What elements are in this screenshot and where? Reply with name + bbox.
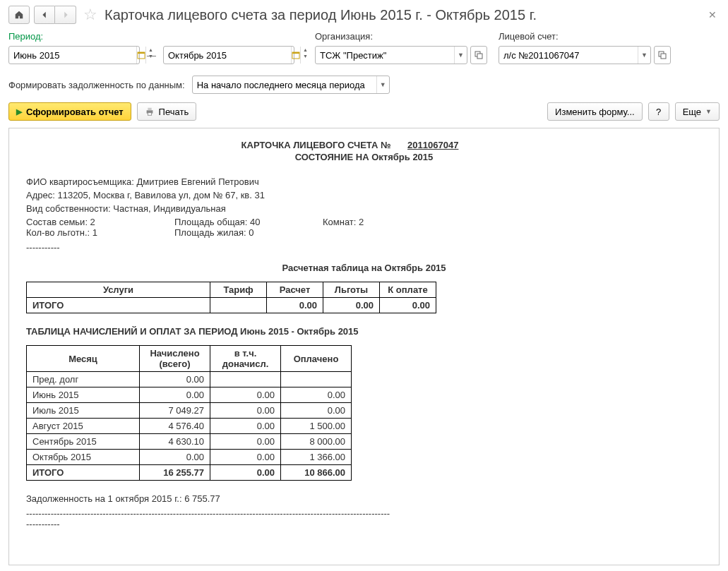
print-label: Печать (159, 107, 189, 117)
period-from: ▲▼ (8, 46, 140, 64)
col-services: Услуги (27, 282, 210, 298)
col-topay: К оплате (380, 282, 436, 298)
cell: 0.00 (380, 298, 436, 313)
page-title: Карточка лицевого счета за период Июнь 2… (105, 7, 537, 23)
filters-row: Период: ▲▼ — ▲▼ Организация: (8, 31, 720, 64)
cell: 0.00 (140, 450, 210, 465)
cell: 0.00 (140, 387, 210, 403)
period-dash: — (147, 50, 156, 61)
table-row: Июль 20157 049.270.000.00 (27, 403, 352, 419)
long-separator: ----------------------------------------… (26, 508, 702, 519)
app-window: ☆ Карточка лицевого счета за период Июнь… (0, 0, 728, 571)
cell: Октябрь 2015 (27, 450, 140, 465)
debt-line: Задолженность на 1 октября 2015 г.: 6 75… (26, 493, 702, 504)
debt-select-input[interactable] (193, 76, 376, 93)
cell: 4 630.10 (140, 434, 210, 450)
more-button[interactable]: Еще ▼ (675, 102, 720, 121)
help-button[interactable]: ? (648, 102, 669, 121)
debt-row: Формировать задолженность по данным: ▼ (8, 76, 720, 94)
area-live: Площадь жилая: 0 (174, 227, 323, 238)
report-title: КАРТОЧКА ЛИЦЕВОГО СЧЕТА № 2011067047 (26, 140, 702, 150)
cell: 1 366.00 (281, 450, 352, 465)
col-paid: Оплачено (281, 346, 352, 372)
calc-total-row: ИТОГО 0.00 0.00 0.00 (27, 298, 436, 313)
report-state: СОСТОЯНИЕ НА Октябрь 2015 (26, 152, 702, 162)
charges-title: ТАБЛИЦА НАЧИСЛЕНИЙ И ОПЛАТ ЗА ПЕРИОД Июн… (26, 326, 702, 337)
home-icon (14, 10, 24, 20)
cell (281, 372, 352, 387)
home-button[interactable] (8, 6, 30, 24)
dropdown-icon[interactable]: ▼ (454, 47, 467, 64)
cell (210, 298, 267, 313)
edit-form-button[interactable]: Изменить форму... (547, 102, 643, 121)
cell: 0.00 (210, 450, 281, 465)
more-label: Еще (683, 107, 701, 117)
cell: Сентябрь 2015 (27, 434, 140, 450)
titlebar: ☆ Карточка лицевого счета за период Июнь… (8, 6, 720, 24)
table-header-row: Услуги Тариф Расчет Льготы К оплате (27, 282, 436, 298)
close-button[interactable]: ✕ (705, 6, 720, 23)
report-area[interactable]: КАРТОЧКА ЛИЦЕВОГО СЧЕТА № 2011067047 СОС… (8, 128, 720, 565)
period-to-input[interactable] (164, 50, 291, 61)
period-to-spinner[interactable]: ▲▼ (300, 47, 310, 64)
account-input[interactable] (499, 50, 638, 61)
cell: 0.00 (210, 419, 281, 434)
chevron-down-icon: ▼ (705, 108, 712, 115)
col-tariff: Тариф (210, 282, 267, 298)
family-count: Состав семьи: 2 (26, 217, 174, 227)
cell (210, 372, 281, 387)
cell: Август 2015 (27, 419, 140, 434)
tenant-name: ФИО квартиросъемщика: Дмитриев Евгений П… (26, 176, 702, 187)
svg-rect-10 (148, 113, 151, 116)
org-select: ▼ (315, 46, 487, 64)
svg-rect-5 (477, 54, 482, 59)
calc-title: Расчетная таблица на Октябрь 2015 (26, 263, 702, 273)
favorite-star-icon[interactable]: ☆ (83, 6, 97, 24)
org-label: Организация: (315, 31, 487, 42)
table-header-row: Месяц Начислено (всего) в т.ч. доначисл.… (27, 346, 352, 372)
calendar-icon[interactable] (136, 47, 145, 64)
cell: 4 576.40 (140, 419, 210, 434)
charges-total-row: ИТОГО16 255.770.0010 866.00 (27, 465, 352, 481)
info-row-1: Состав семьи: 2 Площадь общая: 40 Комнат… (26, 217, 702, 227)
period-to: ▲▼ (163, 46, 294, 64)
generate-label: Сформировать отчет (26, 107, 124, 117)
calendar-icon[interactable] (291, 47, 300, 64)
charges-table: Месяц Начислено (всего) в т.ч. доначисл.… (26, 345, 352, 481)
org-input[interactable] (316, 50, 454, 61)
info-row-2: Кол-во льготн.: 1 Площадь жилая: 0 (26, 227, 702, 238)
period-label: Период: (8, 31, 304, 42)
calc-table: Услуги Тариф Расчет Льготы К оплате ИТОГ… (26, 282, 436, 313)
open-org-button[interactable] (470, 46, 487, 64)
back-button[interactable] (34, 6, 55, 24)
dropdown-icon[interactable]: ▼ (638, 47, 650, 64)
org-column: Организация: ▼ (315, 31, 487, 64)
cell: ИТОГО (27, 465, 140, 481)
help-label: ? (656, 107, 661, 117)
cell: 0.00 (210, 403, 281, 419)
table-row: Сентябрь 20154 630.100.008 000.00 (27, 434, 352, 450)
cell: 0.00 (323, 298, 380, 313)
period-from-input[interactable] (9, 50, 136, 61)
cell: 0.00 (267, 298, 323, 313)
open-account-button[interactable] (654, 46, 671, 64)
table-row: Август 20154 576.400.001 500.00 (27, 419, 352, 434)
forward-button[interactable] (55, 6, 76, 24)
generate-button[interactable]: ▶ Сформировать отчет (8, 102, 131, 121)
cell: 16 255.77 (140, 465, 210, 481)
short-separator: ----------- (26, 519, 702, 529)
separator: ----------- (26, 242, 702, 253)
col-benefits: Льготы (323, 282, 380, 298)
print-button[interactable]: Печать (137, 102, 197, 121)
printer-icon (145, 107, 155, 116)
table-row: Июнь 20150.000.000.00 (27, 387, 352, 403)
col-charged: Начислено (всего) (140, 346, 210, 372)
report-title-number: 2011067047 (393, 140, 487, 150)
period-column: Период: ▲▼ — ▲▼ (8, 31, 304, 64)
cell: Июнь 2015 (27, 387, 140, 403)
edit-form-label: Изменить форму... (555, 107, 635, 117)
arrow-right-icon (61, 10, 71, 20)
account-select: ▼ (499, 46, 671, 64)
dropdown-icon[interactable]: ▼ (376, 76, 389, 93)
play-icon: ▶ (16, 107, 22, 116)
